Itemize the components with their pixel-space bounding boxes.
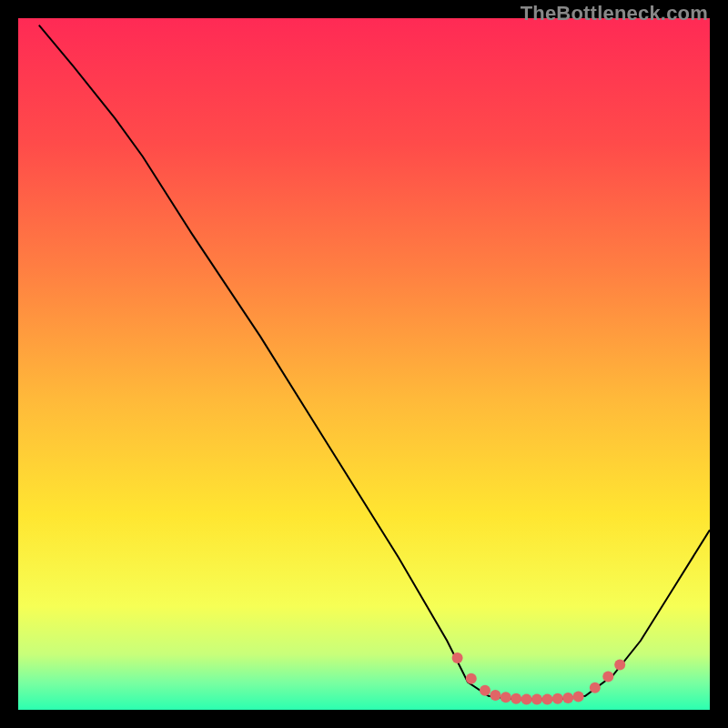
highlight-dot — [573, 692, 584, 703]
chart-frame: TheBottleneck.com — [0, 0, 728, 728]
highlight-dot — [590, 682, 601, 693]
highlight-dot — [521, 694, 532, 705]
highlight-dot — [490, 690, 500, 701]
chart-background — [18, 18, 710, 710]
highlight-dot — [452, 652, 463, 663]
highlight-dot — [511, 693, 521, 704]
highlight-dot — [531, 694, 542, 705]
highlight-dot — [541, 694, 552, 705]
highlight-dot — [614, 660, 625, 671]
highlight-dot — [552, 693, 563, 704]
highlight-dot — [480, 685, 490, 696]
watermark-text: TheBottleneck.com — [521, 2, 708, 25]
highlight-dot — [500, 692, 511, 703]
highlight-dot — [466, 673, 477, 684]
highlight-dot — [602, 672, 613, 682]
highlight-dot — [562, 693, 573, 703]
chart-plot-area — [18, 18, 710, 710]
chart-svg — [18, 18, 710, 710]
